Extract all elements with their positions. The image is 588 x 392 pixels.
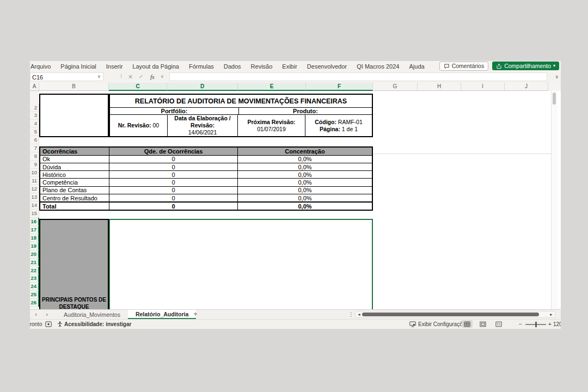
tab-overflow-icon[interactable]: ⋮	[348, 310, 354, 319]
zoom-slider[interactable]	[525, 324, 546, 325]
row-header-23[interactable]: 23	[30, 274, 39, 283]
menu-item-formulas[interactable]: Fórmulas	[184, 63, 219, 70]
occurrences-row-plano-de-contas-cell-1[interactable]: 0	[109, 187, 238, 194]
normal-view-button[interactable]	[462, 320, 473, 328]
sheet-prev-icon[interactable]: ‹	[32, 310, 40, 319]
row-header-20[interactable]: 20	[30, 250, 39, 259]
zoom-out-button[interactable]: −	[519, 321, 522, 327]
row-header-15[interactable]: 15	[30, 210, 39, 218]
data-elaboracao-cell[interactable]: Data da Elaboração / Revisão: 14/06/2021	[168, 115, 238, 136]
occurrences-row-ok-cell-0[interactable]: Ok	[40, 156, 109, 163]
row-header-4[interactable]: 4	[30, 120, 39, 128]
name-box-chevron-icon[interactable]: ∨	[95, 72, 103, 81]
vertical-scrollbar[interactable]	[551, 91, 558, 309]
column-header-b[interactable]: B	[39, 83, 109, 91]
menu-item-ajuda[interactable]: Ajuda	[404, 63, 429, 70]
accessibility-status-button[interactable]: Acessibilidade: investigar	[64, 321, 131, 327]
menu-item-qi-macros-2024[interactable]: QI Macros 2024	[352, 63, 404, 70]
column-header-g[interactable]: G	[373, 83, 418, 91]
logo-placeholder-cell[interactable]	[39, 94, 109, 137]
row-header-13[interactable]: 13	[30, 193, 39, 201]
menu-item-revisao[interactable]: Revisão	[246, 63, 278, 70]
page-break-preview-button[interactable]	[493, 320, 504, 328]
occurrences-row-competencia-cell-1[interactable]: 0	[109, 179, 238, 186]
occurrences-row-plano-de-contas-cell-2[interactable]: 0,0%	[238, 187, 372, 194]
column-header-i[interactable]: I	[461, 83, 505, 91]
proxima-revisao-cell[interactable]: Próxima Revisão: 01/07/2019	[238, 115, 305, 136]
column-header-a[interactable]: A	[30, 83, 39, 91]
sheet-tab-relatorio-auditoria[interactable]: Relatório_Auditoria	[128, 310, 196, 319]
occurrences-total-row-cell-0[interactable]: Total	[40, 203, 109, 210]
function-chevron-icon[interactable]: ∨	[161, 72, 164, 81]
row-header-18[interactable]: 18	[30, 234, 39, 242]
zoom-slider-thumb[interactable]	[535, 322, 537, 327]
comments-button[interactable]: Comentários	[439, 62, 489, 71]
row-header-10[interactable]: 10	[30, 169, 39, 177]
row-header-6[interactable]: 6	[30, 136, 39, 144]
horizontal-scrollbar-thumb[interactable]	[362, 313, 539, 316]
column-header-c[interactable]: C	[109, 83, 167, 91]
menu-item-exibir[interactable]: Exibir	[277, 63, 302, 70]
menu-item-desenvolvedor[interactable]: Desenvolvedor	[302, 63, 352, 70]
occurrences-row-centro-de-resultado-cell-2[interactable]: 0,0%	[238, 194, 372, 201]
occurrences-row-centro-de-resultado-cell-1[interactable]: 0	[109, 194, 238, 201]
menu-item-arquivo[interactable]: Arquivo	[30, 63, 56, 70]
zoom-in-button[interactable]: +	[548, 321, 552, 327]
row-header-19[interactable]: 19	[30, 242, 39, 250]
formula-bar-drag-handle[interactable]: ⁝	[120, 72, 122, 81]
row-header-3[interactable]: 3	[30, 112, 39, 120]
share-button[interactable]: Compartilhamento ▾	[492, 62, 559, 70]
highlights-cell[interactable]: PRINCIPAIS PONTOS DE DESTAQUE	[39, 219, 109, 311]
row-header-25[interactable]: 25	[30, 291, 39, 299]
column-header-e[interactable]: E	[238, 83, 306, 91]
occurrences-row-historico-cell-0[interactable]: Histórico	[40, 171, 109, 178]
occurrences-row-duvida-cell-0[interactable]: Dúvida	[40, 163, 109, 170]
page-layout-view-button[interactable]	[477, 320, 488, 328]
occurrences-header-row-cell-0[interactable]: Ocorrências	[40, 148, 109, 155]
occurrences-row-ok-cell-1[interactable]: 0	[109, 156, 238, 163]
occurrences-total-row-cell-1[interactable]: 0	[109, 203, 238, 210]
occurrences-row-historico-cell-1[interactable]: 0	[109, 171, 238, 178]
insert-function-button[interactable]: fx	[150, 72, 155, 81]
expand-formula-bar-icon[interactable]: ∨	[555, 72, 559, 81]
formula-input[interactable]	[169, 72, 547, 81]
row-header-2[interactable]: 2	[30, 104, 39, 112]
occurrences-total-row-cell-2[interactable]: 0,0%	[238, 203, 372, 210]
scroll-left-icon[interactable]: ◄	[357, 311, 361, 317]
sheet-tab-auditoria-movimentos[interactable]: Auditoria_Movimentos	[56, 310, 128, 319]
row-header-9[interactable]: 9	[30, 161, 39, 169]
row-header-11[interactable]: 11	[30, 177, 39, 185]
occurrences-row-plano-de-contas-cell-0[interactable]: Plano de Contas	[40, 187, 109, 194]
row-header-16[interactable]: 16	[30, 218, 39, 226]
occurrences-header-row-cell-1[interactable]: Qde. de Ocorrências	[109, 148, 238, 155]
row-header-7[interactable]: 7	[30, 144, 39, 152]
menu-item-pagina-inicial[interactable]: Página Inicial	[56, 63, 101, 70]
cancel-entry-icon[interactable]: ✕	[128, 72, 133, 81]
nr-revisao-cell[interactable]: Nr. Revisão: 00	[110, 115, 168, 136]
column-header-d[interactable]: D	[167, 83, 238, 91]
scroll-right-icon[interactable]: ►	[549, 311, 553, 317]
display-settings-button[interactable]: Exibir Configurações	[409, 321, 468, 327]
row-header-14[interactable]: 14	[30, 201, 39, 210]
add-sheet-button[interactable]: +	[191, 310, 200, 319]
occurrences-row-duvida-cell-2[interactable]: 0,0%	[238, 163, 372, 170]
occurrences-row-competencia-cell-2[interactable]: 0,0%	[238, 179, 372, 186]
occurrences-row-competencia-cell-0[interactable]: Competência	[40, 179, 109, 186]
confirm-entry-icon[interactable]: ✓	[139, 72, 143, 81]
occurrences-row-ok-cell-2[interactable]: 0,0%	[238, 156, 372, 163]
zoom-level-label[interactable]: 120%	[553, 321, 561, 327]
row-header-24[interactable]: 24	[30, 283, 39, 291]
row-header-17[interactable]: 17	[30, 226, 39, 234]
row-header-12[interactable]: 12	[30, 185, 39, 193]
occurrences-row-centro-de-resultado-cell-0[interactable]: Centro de Resultado	[40, 194, 109, 201]
column-header-h[interactable]: H	[418, 83, 461, 91]
report-title-cell[interactable]: RELATÓRIO DE AUDITORIA DE MOVIMENTAÇÕES …	[110, 95, 372, 108]
macro-record-icon[interactable]	[45, 321, 52, 327]
horizontal-scrollbar[interactable]: ◄ ►	[355, 311, 555, 318]
row-header-8[interactable]: 8	[30, 152, 39, 161]
row-header-26[interactable]: 26	[30, 299, 39, 307]
menu-item-inserir[interactable]: Inserir	[101, 63, 128, 70]
name-box[interactable]: C16	[30, 72, 103, 81]
row-header-5[interactable]: 5	[30, 128, 39, 136]
selected-range-c16-f26[interactable]	[109, 219, 373, 311]
